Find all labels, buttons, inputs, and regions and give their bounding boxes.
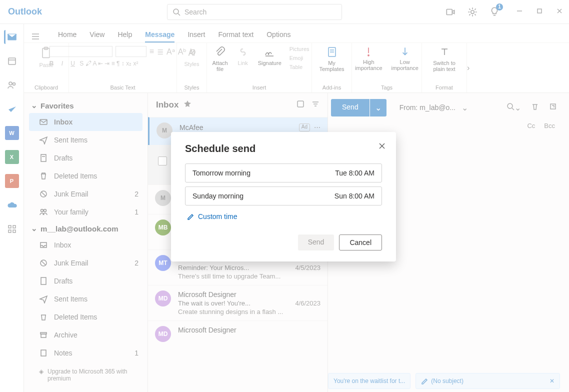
list-header: Inbox <box>148 93 328 117</box>
schedule-option-sunday[interactable]: Sunday morningSun 8:00 AM <box>185 186 382 206</box>
folder-family[interactable]: Your family1 <box>24 203 148 221</box>
svg-point-26 <box>368 55 369 56</box>
font-select[interactable] <box>50 46 112 57</box>
chip-close-icon[interactable]: ✕ <box>550 378 554 384</box>
size-select[interactable] <box>116 46 146 57</box>
tab-options[interactable]: Options <box>266 30 290 42</box>
app-logo: Outlook <box>8 6 42 17</box>
pictures-button[interactable]: Pictures <box>290 46 310 52</box>
draft-checkbox[interactable] <box>158 156 167 166</box>
select-icon[interactable] <box>296 100 304 110</box>
svg-rect-43 <box>298 101 304 107</box>
my-templates-button[interactable]: My Templates <box>316 46 347 72</box>
zoom-icon[interactable]: ⌄ <box>506 102 521 112</box>
onedrive-app-icon[interactable] <box>5 198 19 212</box>
svg-line-34 <box>42 192 46 196</box>
tab-help[interactable]: Help <box>118 30 132 42</box>
folder-deleted-2[interactable]: Deleted Items <box>24 308 148 326</box>
high-importance-button[interactable]: High importance <box>352 46 385 71</box>
table-button[interactable]: Table <box>290 64 310 70</box>
attach-file-button[interactable]: Attach file <box>209 46 230 72</box>
more-apps-icon[interactable] <box>5 222 19 236</box>
folder-inbox[interactable]: Inbox <box>29 113 142 131</box>
menu-tabs: Home View Help Message Insert Format tex… <box>24 24 569 43</box>
word-app-icon[interactable]: W <box>5 126 19 140</box>
favorites-header[interactable]: ⌄Favorites <box>24 98 148 113</box>
filter-icon[interactable] <box>312 100 320 110</box>
minimize-button[interactable] <box>516 8 523 16</box>
folder-drafts[interactable]: Drafts <box>24 149 148 167</box>
link-button[interactable]: Link <box>234 46 252 66</box>
dialog-close-icon[interactable] <box>378 142 386 152</box>
star-icon[interactable] <box>184 100 192 110</box>
search-icon <box>172 8 180 16</box>
calendar-app-icon[interactable] <box>5 54 19 68</box>
hamburger-icon[interactable] <box>31 32 40 42</box>
upgrade-link[interactable]: ◈Upgrade to Microsoft 365 with premium <box>24 365 148 385</box>
cc-button[interactable]: Cc <box>527 122 535 130</box>
tab-format-text[interactable]: Format text <box>218 30 254 42</box>
svg-line-1 <box>178 14 180 16</box>
search-input[interactable]: Search <box>167 4 342 20</box>
tab-view[interactable]: View <box>90 30 104 42</box>
folder-junk-2[interactable]: Junk Email2 <box>24 254 148 272</box>
bcc-button[interactable]: Bcc <box>544 122 555 130</box>
svg-rect-9 <box>8 58 16 64</box>
styles-button[interactable]: Styles <box>182 46 202 67</box>
from-field[interactable]: From: m_lab@o... <box>400 104 456 112</box>
svg-point-0 <box>174 9 178 14</box>
powerpoint-app-icon[interactable]: P <box>5 174 19 188</box>
popout-icon[interactable] <box>549 102 557 112</box>
svg-line-48 <box>512 108 514 110</box>
no-subject-chip[interactable]: (No subject) ✕ <box>416 373 560 389</box>
ad-tag: Ad <box>299 124 310 132</box>
tab-message[interactable]: Message <box>145 30 174 42</box>
send-options-chevron[interactable]: ⌄ <box>370 99 386 116</box>
svg-rect-5 <box>538 9 542 13</box>
plain-text-button[interactable]: Switch to plain text <box>427 46 462 72</box>
svg-rect-49 <box>550 104 556 109</box>
list-title: Inbox <box>156 100 178 110</box>
maximize-button[interactable] <box>536 8 543 16</box>
more-icon[interactable]: ⋯ <box>314 124 320 132</box>
svg-point-3 <box>471 10 474 14</box>
waitlist-chip[interactable]: You're on the waitlist for t... <box>328 373 410 389</box>
low-importance-button[interactable]: Low importance <box>388 46 422 71</box>
folder-archive[interactable]: Archive <box>24 326 148 344</box>
svg-point-12 <box>12 83 15 86</box>
group-addins: Add-ins <box>322 84 341 92</box>
message-item[interactable]: MD Microsoft Designer <box>148 320 328 339</box>
folder-inbox-2[interactable]: Inbox <box>24 236 148 254</box>
folder-deleted[interactable]: Deleted Items <box>24 167 148 185</box>
group-styles: Styles <box>184 84 200 92</box>
tab-home[interactable]: Home <box>58 30 76 42</box>
close-button[interactable] <box>556 8 563 16</box>
custom-time-link[interactable]: Custom time <box>185 210 382 224</box>
tips-icon[interactable]: 1 <box>489 6 500 18</box>
dialog-send-button[interactable]: Send <box>298 234 334 250</box>
schedule-option-tomorrow[interactable]: Tomorrow morningTue 8:00 AM <box>185 164 382 182</box>
tab-insert[interactable]: Insert <box>188 30 205 42</box>
people-app-icon[interactable] <box>5 78 19 92</box>
folder-drafts-2[interactable]: Drafts <box>24 272 148 290</box>
signature-button[interactable]: Signature <box>255 46 284 66</box>
discard-icon[interactable] <box>531 102 539 112</box>
folder-junk[interactable]: Junk Email2 <box>24 185 148 203</box>
settings-icon[interactable] <box>467 6 478 18</box>
message-item[interactable]: MD Microsoft Designer The wait is over! … <box>148 285 328 320</box>
send-button[interactable]: Send⌄ <box>331 99 386 116</box>
ribbon-more-icon[interactable]: › <box>467 43 479 92</box>
folder-sent-2[interactable]: Sent Items <box>24 290 148 308</box>
todo-app-icon[interactable] <box>5 102 19 116</box>
emoji-button[interactable]: Emoji <box>290 55 310 61</box>
svg-point-47 <box>508 104 512 108</box>
excel-app-icon[interactable]: X <box>5 150 19 164</box>
group-clipboard: Clipboard <box>34 84 58 92</box>
account-header[interactable]: ⌄m__lab@outlook.com <box>24 221 148 236</box>
folder-notes[interactable]: Notes1 <box>24 344 148 362</box>
meet-now-icon[interactable] <box>445 6 456 18</box>
dialog-cancel-button[interactable]: Cancel <box>339 234 382 250</box>
folder-sent[interactable]: Sent Items <box>24 131 148 149</box>
group-basic-text: Basic Text <box>110 84 136 92</box>
mail-app-icon[interactable] <box>4 30 18 44</box>
